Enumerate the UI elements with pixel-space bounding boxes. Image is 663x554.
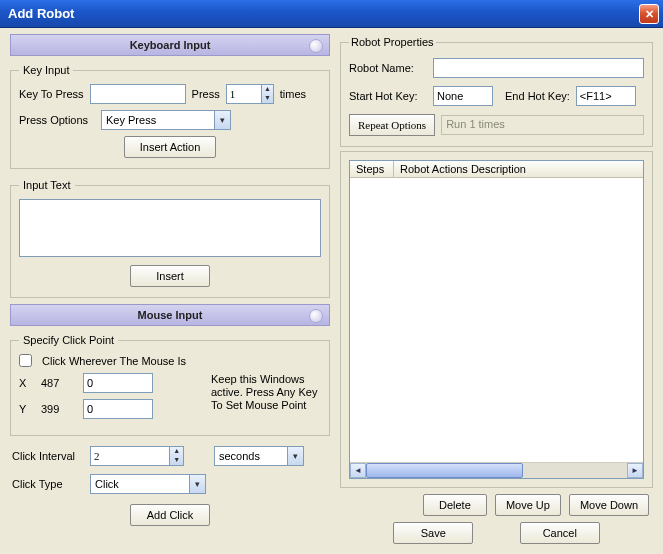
title-bar: Add Robot ✕ (0, 0, 663, 28)
client-area: Keyboard Input Key Input Key To Press Pr… (4, 28, 659, 550)
collapse-icon[interactable] (309, 39, 323, 53)
keyboard-heading-label: Keyboard Input (130, 39, 211, 51)
press-options-combo[interactable]: Key Press (101, 110, 231, 130)
col-desc[interactable]: Robot Actions Description (394, 161, 643, 177)
scroll-thumb[interactable] (366, 463, 523, 478)
times-label: times (280, 88, 306, 100)
mouse-input-header: Mouse Input (10, 304, 330, 326)
chevron-down-icon[interactable] (214, 111, 230, 129)
scroll-right-icon[interactable]: ► (627, 463, 643, 478)
start-hotkey-input[interactable] (433, 86, 493, 106)
left-column: Keyboard Input Key Input Key To Press Pr… (10, 34, 330, 544)
actions-table-wrap: Steps Robot Actions Description ◄ ► (340, 151, 653, 488)
key-to-press-label: Key To Press (19, 88, 84, 100)
key-input-group: Key Input Key To Press Press ▲▼ times Pr… (10, 64, 330, 169)
scroll-left-icon[interactable]: ◄ (350, 463, 366, 478)
click-interval-spinner[interactable]: ▲▼ (90, 446, 184, 466)
window-title: Add Robot (8, 6, 74, 21)
repeat-options-button[interactable]: Repeat Options (349, 114, 435, 136)
click-interval-unit-combo[interactable]: seconds (214, 446, 304, 466)
spin-down-icon[interactable]: ▼ (173, 456, 180, 465)
chevron-down-icon[interactable] (287, 447, 303, 465)
spin-down-icon[interactable]: ▼ (264, 94, 271, 103)
robot-name-input[interactable] (433, 58, 644, 78)
row-action-buttons: Delete Move Up Move Down (340, 494, 653, 516)
press-options-value: Key Press (102, 113, 214, 127)
specify-click-legend: Specify Click Point (19, 334, 118, 346)
robot-properties-group: Robot Properties Robot Name: Start Hot K… (340, 36, 653, 147)
mouse-heading-label: Mouse Input (138, 309, 203, 321)
actions-table: Steps Robot Actions Description ◄ ► (349, 160, 644, 479)
insert-action-button[interactable]: Insert Action (124, 136, 216, 158)
click-wherever-checkbox[interactable] (19, 354, 32, 367)
click-type-label: Click Type (12, 478, 84, 490)
dialog-buttons: Save Cancel (340, 522, 653, 544)
table-header: Steps Robot Actions Description (350, 161, 643, 178)
save-button[interactable]: Save (393, 522, 473, 544)
input-text-area[interactable] (19, 199, 321, 257)
spin-up-icon[interactable]: ▲ (264, 85, 271, 94)
input-text-legend: Input Text (19, 179, 75, 191)
robot-properties-legend: Robot Properties (349, 36, 436, 48)
mouse-hint: Keep this Windows active. Press Any Key … (211, 373, 321, 412)
press-count-spinner[interactable]: ▲▼ (226, 84, 274, 104)
x-current: 487 (41, 377, 75, 389)
cancel-button[interactable]: Cancel (520, 522, 600, 544)
delete-button[interactable]: Delete (423, 494, 487, 516)
key-input-legend: Key Input (19, 64, 73, 76)
press-count-input[interactable] (227, 85, 261, 103)
scroll-track[interactable] (366, 463, 627, 478)
right-column: Robot Properties Robot Name: Start Hot K… (340, 34, 653, 544)
click-interval-input[interactable] (91, 447, 169, 465)
click-interval-unit-value: seconds (215, 449, 287, 463)
input-text-group: Input Text Insert (10, 179, 330, 298)
press-options-label: Press Options (19, 114, 95, 126)
click-type-value: Click (91, 477, 189, 491)
x-label: X (19, 377, 33, 389)
spin-up-icon[interactable]: ▲ (173, 447, 180, 456)
repeat-info: Run 1 times (441, 115, 644, 135)
end-hotkey-label: End Hot Key: (505, 90, 570, 102)
table-body[interactable] (350, 178, 643, 462)
move-up-button[interactable]: Move Up (495, 494, 561, 516)
click-type-combo[interactable]: Click (90, 474, 206, 494)
y-current: 399 (41, 403, 75, 415)
horizontal-scrollbar[interactable]: ◄ ► (350, 462, 643, 478)
specify-click-group: Specify Click Point Click Wherever The M… (10, 334, 330, 436)
insert-text-button[interactable]: Insert (130, 265, 210, 287)
move-down-button[interactable]: Move Down (569, 494, 649, 516)
start-hotkey-label: Start Hot Key: (349, 90, 427, 102)
end-hotkey-input[interactable] (576, 86, 636, 106)
press-label: Press (192, 88, 220, 100)
col-steps[interactable]: Steps (350, 161, 394, 177)
add-click-button[interactable]: Add Click (130, 504, 210, 526)
y-input[interactable] (83, 399, 153, 419)
key-to-press-input[interactable] (90, 84, 186, 104)
collapse-icon[interactable] (309, 309, 323, 323)
chevron-down-icon[interactable] (189, 475, 205, 493)
y-label: Y (19, 403, 33, 415)
keyboard-input-header: Keyboard Input (10, 34, 330, 56)
click-wherever-label: Click Wherever The Mouse Is (42, 355, 186, 367)
robot-name-label: Robot Name: (349, 62, 427, 74)
close-button[interactable]: ✕ (639, 4, 659, 24)
click-interval-label: Click Interval (12, 450, 84, 462)
x-input[interactable] (83, 373, 153, 393)
